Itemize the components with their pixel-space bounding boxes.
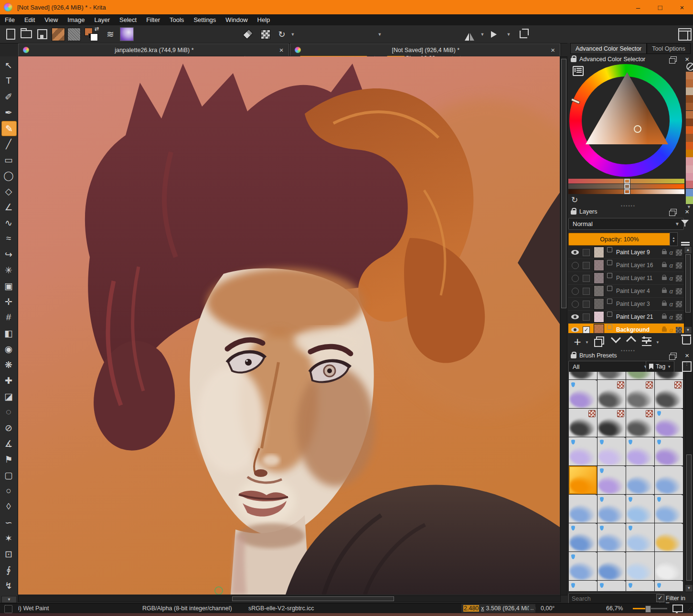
layer-blend-mode-dropdown[interactable]: Normal▼ bbox=[568, 218, 684, 230]
brush-search-input[interactable] bbox=[568, 593, 660, 604]
layer-inherit-alpha-icon[interactable] bbox=[676, 262, 682, 269]
opacity-dropdown[interactable]: ▼ bbox=[376, 28, 383, 41]
brush-preset[interactable] bbox=[569, 372, 597, 379]
minimize-button[interactable]: – bbox=[627, 0, 649, 14]
brush-grid-scrollbar[interactable]: ▼ bbox=[685, 372, 693, 592]
tag-button[interactable]: Tag ▼ bbox=[646, 361, 674, 372]
brush-display-mode-icon[interactable]: ⋮ bbox=[682, 361, 692, 372]
tool-ellipse[interactable]: ◯ bbox=[1, 168, 16, 183]
add-layer-button[interactable]: + bbox=[571, 335, 584, 348]
layer-alpha-icon[interactable]: α bbox=[670, 326, 673, 334]
brush-preset[interactable] bbox=[597, 437, 626, 465]
scroll-down-icon[interactable]: ▼ bbox=[684, 327, 692, 334]
move-layer-down-button[interactable] bbox=[612, 335, 619, 342]
tool-measure[interactable]: ∡ bbox=[1, 436, 16, 451]
layer-visibility-icon[interactable] bbox=[571, 250, 579, 255]
layer-visibility-icon[interactable] bbox=[571, 314, 579, 319]
layer-lock-icon[interactable] bbox=[662, 277, 667, 280]
layer-inherit-alpha-icon[interactable] bbox=[676, 314, 682, 320]
scroll-down-icon[interactable]: ▼ bbox=[685, 585, 693, 592]
layer-lock-icon[interactable] bbox=[662, 303, 667, 306]
layer-alpha-icon[interactable]: α bbox=[670, 288, 673, 295]
layer-visibility-icon[interactable] bbox=[572, 288, 579, 295]
layer-visibility-icon[interactable] bbox=[571, 327, 579, 332]
history-color-swatch[interactable] bbox=[686, 72, 693, 79]
brush-preset[interactable] bbox=[655, 372, 683, 379]
history-color-swatch[interactable] bbox=[686, 111, 693, 119]
layer-alpha-icon[interactable]: α bbox=[670, 301, 673, 308]
tool-ellipse-select[interactable]: ○ bbox=[1, 484, 16, 498]
brush-preset[interactable] bbox=[569, 523, 597, 551]
eraser-mode-button[interactable] bbox=[241, 28, 255, 41]
selection-mode-icon[interactable] bbox=[4, 605, 12, 613]
tab-not-saved[interactable]: [Not Saved] (926,4 MiB) * × bbox=[290, 43, 561, 56]
layer-row-paint-layer-16[interactable]: Paint Layer 16α bbox=[568, 259, 684, 272]
brush-scrollbar-thumb[interactable] bbox=[686, 454, 692, 581]
brush-preset[interactable] bbox=[626, 581, 654, 591]
layer-list-scrollbar[interactable]: ▲ ▼ bbox=[684, 246, 692, 334]
mirror-vertical-dropdown[interactable]: ▼ bbox=[505, 28, 512, 41]
tab-close-icon[interactable]: × bbox=[279, 46, 284, 54]
history-color-swatch[interactable] bbox=[686, 196, 693, 204]
no-color-icon[interactable] bbox=[686, 63, 693, 71]
tool-bezier-curve[interactable]: ∿ bbox=[1, 216, 16, 230]
tool-enclose-fill[interactable]: ◌ bbox=[1, 405, 16, 419]
hsv-triangle[interactable] bbox=[569, 64, 682, 177]
layer-visibility-icon[interactable] bbox=[572, 262, 579, 269]
tool-transform[interactable]: ▣ bbox=[1, 279, 16, 293]
tool-rectangle[interactable]: ▭ bbox=[1, 152, 16, 167]
pattern-chooser[interactable] bbox=[67, 28, 81, 41]
layer-visibility-icon[interactable] bbox=[572, 275, 579, 282]
layer-inherit-alpha-icon[interactable] bbox=[676, 327, 682, 333]
brush-preset[interactable] bbox=[597, 523, 626, 551]
brush-preset[interactable] bbox=[626, 495, 654, 523]
mirror-horizontal-button[interactable] bbox=[465, 28, 474, 41]
layer-thumbnail[interactable] bbox=[594, 259, 604, 271]
layer-inherit-alpha-icon[interactable] bbox=[676, 275, 682, 281]
layer-thumbnail[interactable] bbox=[594, 298, 604, 310]
close-panel-icon[interactable]: × bbox=[685, 55, 689, 63]
history-color-swatch[interactable] bbox=[686, 119, 693, 126]
lock-icon[interactable] bbox=[571, 210, 576, 215]
value-strip-marker[interactable] bbox=[624, 189, 630, 194]
layer-row-paint-layer-21[interactable]: Paint Layer 21α bbox=[568, 311, 684, 324]
move-layer-up-button[interactable] bbox=[628, 337, 635, 345]
tool-pattern-edit[interactable]: ❋ bbox=[1, 357, 16, 372]
document-size-indicator[interactable]: 2.480 x 3.508 (926,4 MiB) bbox=[461, 604, 535, 613]
layer-lock-icon[interactable] bbox=[662, 264, 667, 267]
zoom-value[interactable]: 66,7% bbox=[606, 605, 623, 612]
float-panel-icon[interactable] bbox=[671, 209, 677, 214]
tool-gradient[interactable]: ◧ bbox=[1, 326, 16, 340]
vertical-scrollbar-thumb[interactable] bbox=[561, 59, 566, 308]
brush-preset[interactable] bbox=[569, 409, 597, 437]
tool-move[interactable]: ✛ bbox=[1, 294, 16, 309]
filter-in-tag-checkbox[interactable]: ✓ bbox=[656, 594, 664, 602]
brush-preset[interactable] bbox=[626, 523, 654, 551]
brush-preset[interactable] bbox=[597, 495, 626, 523]
layer-checkbox[interactable] bbox=[583, 313, 590, 321]
brush-preset-chooser-button[interactable]: ≋ bbox=[103, 28, 117, 41]
layer-checkbox[interactable] bbox=[583, 288, 590, 295]
layer-properties-dropdown[interactable]: ▼ bbox=[655, 340, 660, 345]
history-color-swatch[interactable] bbox=[686, 142, 693, 150]
brush-preset[interactable] bbox=[655, 437, 683, 465]
preserve-alpha-button[interactable] bbox=[259, 28, 272, 41]
menu-file[interactable]: File bbox=[0, 16, 20, 23]
layer-thumbnail[interactable] bbox=[594, 324, 604, 333]
layer-alpha-icon[interactable]: α bbox=[670, 262, 673, 269]
brush-preset[interactable] bbox=[655, 523, 683, 551]
menu-settings[interactable]: Settings bbox=[189, 16, 221, 23]
tool-magnetic-select[interactable]: ↯ bbox=[1, 578, 16, 593]
brush-preset[interactable] bbox=[569, 581, 597, 591]
tool-multibrush[interactable]: ✳ bbox=[1, 263, 16, 277]
brush-preset[interactable] bbox=[626, 372, 654, 379]
layer-scrollbar-thumb[interactable] bbox=[685, 254, 691, 313]
icc-profile-label[interactable]: sRGB-elle-V2-srgbtrc.icc bbox=[248, 605, 314, 612]
tool-freehand-select[interactable]: ∽ bbox=[1, 515, 16, 530]
layer-lock-icon[interactable] bbox=[662, 315, 667, 319]
brush-preset[interactable] bbox=[569, 552, 597, 580]
gradient-chooser[interactable] bbox=[52, 28, 65, 41]
tab-close-icon[interactable]: × bbox=[551, 46, 555, 54]
layer-checkbox[interactable]: ✓ bbox=[583, 326, 590, 334]
menu-help[interactable]: Help bbox=[253, 16, 275, 23]
